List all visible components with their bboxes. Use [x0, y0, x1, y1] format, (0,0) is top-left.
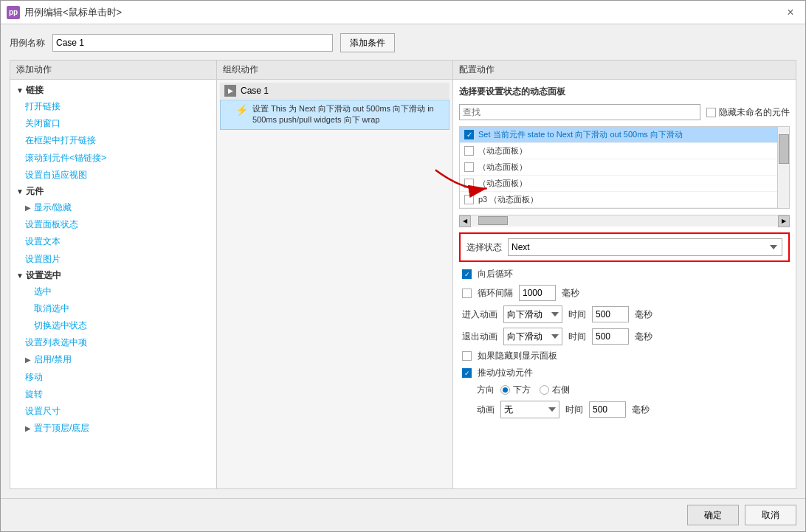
exit-animation-row: 退出动画 向下滑动 向上滑动 向左滑动 向右滑动 无 时间 毫秒	[462, 328, 787, 345]
sidebar-item-set-z-order[interactable]: ▶ 置于顶层/底层	[13, 420, 213, 437]
middle-panel: 组织动作 ▶ Case 1 ⚡ 设置 This 为 Next 向下滑动 out …	[217, 61, 453, 488]
direction-down-item[interactable]: 下方	[500, 384, 531, 396]
horizontal-scrollbar[interactable]: ◀ ▶	[459, 215, 790, 227]
sidebar-item-move[interactable]: 移动	[13, 369, 213, 386]
direction-right-radio[interactable]	[540, 385, 549, 395]
sidebar-item-open-in-frame[interactable]: 在框架中打开链接	[13, 132, 213, 149]
set-text-label: 设置文本	[25, 235, 61, 249]
loop-interval-unit: 毫秒	[562, 287, 579, 300]
panel-checkbox-1[interactable]: ✓	[464, 130, 474, 139]
sidebar-item-open-link[interactable]: 打开链接	[13, 98, 213, 115]
direction-down-radio[interactable]	[500, 385, 510, 395]
case-name-input[interactable]	[52, 34, 333, 52]
left-panel-header: 添加动作	[10, 61, 216, 80]
loop-interval-checkbox[interactable]	[462, 289, 472, 298]
enter-anim-select[interactable]: 向下滑动 向上滑动 向左滑动 向右滑动 无	[503, 305, 562, 323]
add-condition-button[interactable]: 添加条件	[340, 33, 395, 52]
action-tree[interactable]: ▼ 链接 打开链接 关闭窗口 在框架中打开链接 滚动到元件<锚链接>	[10, 80, 216, 488]
push-pull-checkbox[interactable]: ✓	[462, 368, 472, 378]
panel-item-text-1: Set 当前元件 state to Next 向下滑动 out 500ms 向下…	[478, 129, 773, 140]
push-time-input[interactable]	[589, 401, 626, 418]
push-anim-label: 动画	[477, 404, 495, 416]
close-button[interactable]: ×	[782, 4, 799, 21]
show-if-hidden-checkbox[interactable]	[462, 351, 472, 361]
ok-button[interactable]: 确定	[687, 505, 739, 525]
sidebar-item-set-list-item[interactable]: 设置列表选中项	[13, 334, 213, 351]
expand-widget-icon: ▼	[16, 187, 24, 196]
direction-down-label: 下方	[513, 384, 531, 396]
sidebar-item-toggle[interactable]: 切换选中状态	[13, 317, 213, 334]
panel-checkbox-4[interactable]	[464, 179, 474, 188]
panel-checkbox-3[interactable]	[464, 162, 474, 172]
h-scroll-left-btn[interactable]: ◀	[459, 215, 471, 227]
sidebar-item-enable-disable[interactable]: ▶ 启用/禁用	[13, 351, 213, 368]
panel-list-item-5[interactable]: p3 （动态面板）	[460, 192, 777, 208]
sidebar-item-set-panel-state[interactable]: 设置面板状态	[13, 216, 213, 233]
enter-time-label: 时间	[568, 308, 586, 321]
title-bar-text: 用例编辑<鼠标单击时>	[24, 6, 782, 19]
deselect-label: 取消选中	[34, 302, 69, 316]
panel-checkbox-5[interactable]	[464, 195, 474, 204]
sidebar-item-close-window[interactable]: 关闭窗口	[13, 115, 213, 132]
show-if-hidden-row: 如果隐藏则显示面板	[462, 350, 787, 362]
tree-group-link[interactable]: ▼ 链接	[13, 83, 213, 98]
sidebar-item-scroll-to[interactable]: 滚动到元件<锚链接>	[13, 150, 213, 167]
scrollbar-thumb[interactable]	[779, 134, 789, 164]
push-anim-select[interactable]: 无 向下滑动 向上滑动	[500, 401, 559, 418]
exit-anim-select[interactable]: 向下滑动 向上滑动 向左滑动 向右滑动 无	[503, 328, 562, 345]
left-panel: 添加动作 ▼ 链接 打开链接 关闭窗口 在框架中打开链接	[10, 61, 217, 488]
enter-animation-row: 进入动画 向下滑动 向上滑动 向左滑动 向右滑动 无 时间 毫秒	[462, 305, 787, 323]
show-if-hidden-label: 如果隐藏则显示面板	[478, 350, 557, 362]
right-panel-title: 选择要设置状态的动态面板	[459, 86, 790, 98]
search-input[interactable]	[459, 104, 700, 120]
sidebar-item-set-image[interactable]: 设置图片	[13, 251, 213, 268]
set-image-label: 设置图片	[25, 252, 61, 266]
open-in-frame-label: 在框架中打开链接	[25, 134, 96, 148]
panel-list-item-1[interactable]: ✓ Set 当前元件 state to Next 向下滑动 out 500ms …	[460, 127, 777, 143]
h-scroll-track[interactable]	[471, 215, 778, 227]
options-section: ✓ 向后循环 循环间隔 毫秒 进入动画	[459, 268, 790, 418]
panel-list-item-2[interactable]: （动态面板）	[460, 143, 777, 159]
loop-forward-checkbox[interactable]: ✓	[462, 269, 472, 279]
tree-group-widget[interactable]: ▼ 元件	[13, 184, 213, 199]
enter-time-input[interactable]	[592, 306, 629, 322]
loop-interval-row: 循环间隔 毫秒	[462, 285, 787, 301]
panel-list-container: ✓ Set 当前元件 state to Next 向下滑动 out 500ms …	[459, 126, 790, 209]
select-state-row: 选择状态 Next Previous State 1 State 2	[459, 232, 790, 262]
sidebar-item-adaptive-view[interactable]: 设置自适应视图	[13, 167, 213, 184]
enter-time-unit: 毫秒	[635, 308, 652, 321]
state-select[interactable]: Next Previous State 1 State 2	[508, 238, 782, 256]
case-icon: ▶	[224, 85, 236, 97]
loop-interval-input[interactable]	[519, 285, 556, 301]
cancel-button[interactable]: 取消	[745, 505, 796, 525]
tree-group-set-selected[interactable]: ▼ 设置选中	[13, 268, 213, 283]
direction-right-item[interactable]: 右侧	[540, 384, 570, 396]
sidebar-item-select[interactable]: 选中	[13, 283, 213, 300]
push-time-unit: 毫秒	[632, 404, 650, 416]
sidebar-item-set-size[interactable]: 设置尺寸	[13, 403, 213, 420]
action-item[interactable]: ⚡ 设置 This 为 Next 向下滑动 out 500ms 向下滑动 in …	[220, 100, 450, 130]
push-pull-label: 推动/拉动元件	[478, 367, 533, 379]
h-scroll-right-btn[interactable]: ▶	[778, 215, 790, 227]
direction-row: 方向 下方 右侧	[462, 384, 787, 396]
expand-selected-icon: ▼	[16, 272, 24, 280]
panel-checkbox-2[interactable]	[464, 146, 474, 156]
toggle-label: 切换选中状态	[34, 319, 87, 333]
rotate-label: 旋转	[25, 387, 43, 401]
exit-time-unit: 毫秒	[635, 331, 652, 343]
sidebar-item-set-text[interactable]: 设置文本	[13, 233, 213, 250]
sidebar-item-rotate[interactable]: 旋转	[13, 386, 213, 403]
panel-list-item-3[interactable]: （动态面板）	[460, 159, 777, 176]
exit-time-input[interactable]	[592, 328, 629, 345]
exit-time-label: 时间	[568, 331, 586, 343]
sidebar-item-deselect[interactable]: 取消选中	[13, 300, 213, 317]
h-scroll-thumb[interactable]	[478, 216, 508, 225]
hide-unnamed-checkbox[interactable]	[706, 108, 716, 117]
middle-panel-header: 组织动作	[217, 61, 452, 80]
bottom-bar: 确定 取消	[1, 498, 805, 531]
right-panel: 配置动作 选择要设置状态的动态面板 隐藏未命名的元件	[453, 61, 796, 488]
sidebar-item-show-hide[interactable]: ▶ 显示/隐藏	[13, 199, 213, 216]
panel-list-scrollbar[interactable]	[777, 127, 789, 208]
panel-list-item-4[interactable]: （动态面板）	[460, 176, 777, 192]
middle-content: ▶ Case 1 ⚡ 设置 This 为 Next 向下滑动 out 500ms…	[217, 80, 452, 488]
